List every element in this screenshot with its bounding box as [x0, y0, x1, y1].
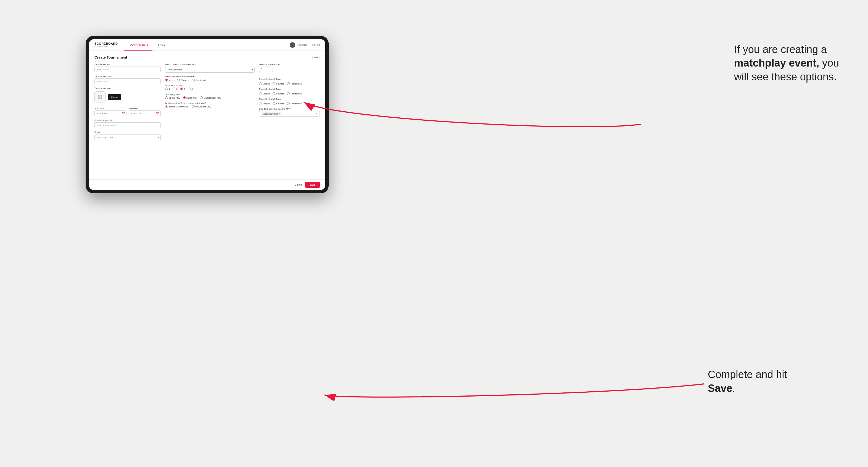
venue-label: Venue	[94, 131, 161, 133]
logo-placeholder	[94, 91, 105, 102]
round2-singles[interactable]: Singles	[259, 92, 270, 95]
rounds-radio-group: 1 2 3 4	[165, 88, 255, 90]
annotation-right: If you are creating a matchplay event, y…	[734, 43, 853, 84]
left-column: Tournament Host Tournament name Tourname…	[94, 63, 161, 140]
svg-point-1	[99, 96, 100, 97]
image-icon	[98, 95, 102, 99]
scoring-radio-group: Stroke Play Match Play Medal Match Play	[165, 96, 255, 99]
round-3[interactable]: 3	[180, 88, 185, 90]
scoring-medal-match-play[interactable]: Medal Match Play	[200, 96, 221, 99]
tournament-name-input[interactable]	[94, 79, 161, 84]
round2-label: Round 2 - Match Type	[259, 88, 320, 90]
gender-womens[interactable]: Womens	[177, 79, 189, 82]
gender-combined[interactable]: Combined	[192, 79, 206, 82]
logo-area: SCOREBOARD Powered by clippit	[94, 42, 118, 47]
api-select[interactable]: Leaderboard King ✕ ▾	[259, 111, 320, 117]
round3-label: Round 3 - Match Type	[259, 98, 320, 100]
division-group: Which division is the event for? NCAA Di…	[165, 63, 255, 73]
dates-group: Start date 📅 End date 📅	[94, 105, 161, 116]
api-tag: Leaderboard King ✕	[261, 113, 282, 115]
max-team-size-label: Maximum Team Size	[259, 63, 320, 66]
round2-foursomes[interactable]: Foursomes	[287, 92, 302, 95]
teams-option[interactable]: Teams (+Individuals)	[165, 105, 189, 108]
venue-select-wrap	[94, 134, 161, 140]
tournament-host-input[interactable]	[94, 67, 161, 72]
middle-column: Which division is the event for? NCAA Di…	[165, 63, 255, 140]
scoring-match-play[interactable]: Match Play	[183, 96, 197, 99]
max-team-size-group: Maximum Team Size	[259, 63, 320, 72]
calendar-icon-end: 📅	[156, 112, 159, 115]
cancel-button[interactable]: Cancel	[295, 183, 302, 186]
avatar	[290, 42, 295, 48]
round2-fourball[interactable]: Fourball	[273, 92, 284, 95]
tournament-name-group: Tournament name	[94, 75, 161, 84]
tablet-screen: SCOREBOARD Powered by clippit TOURNAMENT…	[89, 39, 325, 190]
gender-label: Which gender is the event for?	[165, 75, 255, 78]
gender-radio-group: Mens Womens Combined	[165, 79, 255, 82]
page-header: Create Tournament ← Back	[94, 55, 320, 59]
right-column: Maximum Team Size Round 1 - Match Type S…	[259, 63, 320, 140]
gender-group: Which gender is the event for? Mens Wome…	[165, 75, 255, 82]
round3-fourball[interactable]: Fourball	[273, 102, 284, 105]
tournament-host-group: Tournament Host	[94, 63, 161, 72]
division-select[interactable]: NCAA Division I	[165, 67, 255, 73]
upload-button[interactable]: Upload	[108, 94, 121, 100]
end-date-group: End date 📅	[129, 105, 161, 116]
round2-match-type: Round 2 - Match Type Singles Fourball	[259, 88, 320, 95]
form-footer: Cancel Save	[89, 179, 325, 190]
end-date-label: End date	[129, 107, 137, 110]
sponsor-group: Sponsor (optional)	[94, 119, 161, 128]
round-1[interactable]: 1	[165, 88, 170, 90]
save-button[interactable]: Save	[305, 182, 320, 188]
nav-right: Test User | Sign out	[290, 42, 320, 48]
round3-radio-group: Singles Fourball Foursomes	[259, 102, 320, 105]
top-nav: SCOREBOARD Powered by clippit TOURNAMENT…	[89, 39, 325, 51]
start-date-wrap: 📅	[94, 110, 126, 116]
tournament-logo-label: Tournament logo	[94, 87, 161, 90]
division-select-wrap: NCAA Division I	[165, 67, 255, 73]
gender-mens[interactable]: Mens	[165, 79, 174, 82]
sponsor-label: Sponsor (optional)	[94, 119, 161, 122]
annotation-bottom-right: Complete and hit Save.	[708, 368, 804, 395]
round3-foursomes[interactable]: Foursomes	[287, 102, 302, 105]
round1-match-type: Round 1 - Match Type Singles Fourball	[259, 75, 320, 85]
tab-teams[interactable]: TEAMS	[152, 39, 169, 51]
venue-group: Venue	[94, 131, 161, 140]
calendar-icon: 📅	[122, 112, 125, 115]
end-date-wrap: 📅	[129, 110, 161, 116]
round1-fourball[interactable]: Fourball	[273, 82, 284, 85]
scoring-stroke-play[interactable]: Stroke Play	[165, 96, 180, 99]
max-team-size-input[interactable]	[259, 67, 273, 72]
tournament-name-label: Tournament name	[94, 75, 161, 77]
venue-input[interactable]	[94, 134, 161, 140]
round1-radio-group: Singles Fourball Foursomes	[259, 82, 320, 85]
individuals-option[interactable]: Individuals Only	[192, 105, 211, 108]
rounds-group: Number of rounds 1 2	[165, 84, 255, 90]
date-row: Start date 📅 End date 📅	[94, 105, 161, 116]
round3-singles[interactable]: Singles	[259, 102, 270, 105]
teams-radio-group: Teams (+Individuals) Individuals Only	[165, 105, 255, 108]
tab-tournaments[interactable]: TOURNAMENTS	[124, 39, 152, 51]
rounds-label: Number of rounds	[165, 84, 255, 87]
separator: |	[309, 44, 310, 46]
page-title: Create Tournament	[94, 55, 127, 59]
teams-group: Is this event for Teams and/or Individua…	[165, 102, 255, 108]
sponsor-input[interactable]	[94, 122, 161, 128]
round-4[interactable]: 4	[188, 88, 192, 90]
round-2[interactable]: 2	[173, 88, 177, 90]
start-date-label: Start date	[94, 107, 104, 110]
logo-sub: Powered by clippit	[94, 45, 118, 47]
round3-match-type: Round 3 - Match Type Singles Fourball	[259, 98, 320, 105]
api-label: Use third-party live scoring API?	[259, 108, 320, 110]
division-label: Which division is the event for?	[165, 63, 255, 66]
sign-out-link[interactable]: Sign out	[312, 44, 320, 46]
round1-label: Round 1 - Match Type	[259, 78, 320, 81]
scoring-group: Scoring system Stroke Play Match Play	[165, 93, 255, 99]
back-button[interactable]: ← Back	[311, 56, 320, 59]
round1-foursomes[interactable]: Foursomes	[287, 82, 302, 85]
round2-radio-group: Singles Fourball Foursomes	[259, 92, 320, 95]
round1-singles[interactable]: Singles	[259, 82, 270, 85]
main-content: Create Tournament ← Back Tournament Host…	[89, 51, 325, 179]
nav-tabs: TOURNAMENTS TEAMS	[124, 39, 169, 51]
api-group: Use third-party live scoring API? Leader…	[259, 108, 320, 117]
